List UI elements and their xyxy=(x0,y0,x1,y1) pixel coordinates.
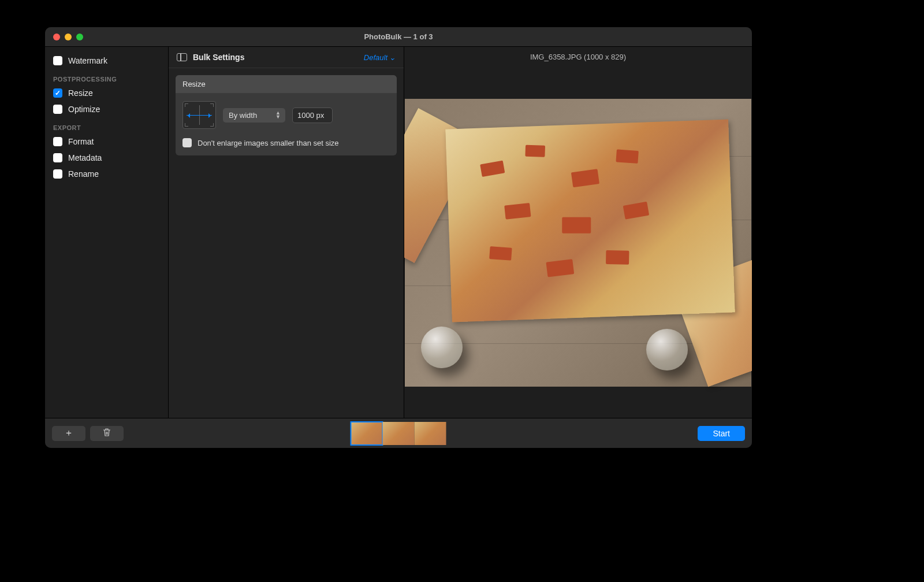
window-title: PhotoBulk — 1 of 3 xyxy=(364,32,433,41)
preview-filename: IMG_6358.JPG (1000 x 829) xyxy=(404,47,752,67)
resize-value-input[interactable]: 1000 px xyxy=(292,107,333,123)
resize-panel: Resize By width ▲▼ xyxy=(176,75,397,155)
close-window-button[interactable] xyxy=(53,34,60,40)
thumbnail-strip xyxy=(351,422,446,445)
thumbnail-1[interactable] xyxy=(351,422,383,445)
preview-pane: IMG_6358.JPG (1000 x 829) xyxy=(404,47,752,418)
thumbnail-2[interactable] xyxy=(383,422,415,445)
sidebar-group-postprocessing: POSTPROCESSING xyxy=(45,69,168,85)
checkbox-format[interactable] xyxy=(53,137,62,146)
sidebar-label-rename: Rename xyxy=(68,169,99,179)
checkbox-metadata[interactable] xyxy=(53,153,62,162)
sidebar: Watermark POSTPROCESSING Resize Optimize… xyxy=(45,47,169,418)
thumbnail-3[interactable] xyxy=(415,422,446,445)
app-window: PhotoBulk — 1 of 3 Watermark POSTPROCESS… xyxy=(45,27,752,448)
resize-mode-value: By width xyxy=(229,111,257,120)
footer: ＋ Start xyxy=(45,418,752,448)
settings-title: Bulk Settings xyxy=(193,53,244,62)
sidebar-label-resize: Resize xyxy=(68,88,93,98)
delete-button[interactable] xyxy=(90,426,124,441)
sidebar-item-rename[interactable]: Rename xyxy=(45,166,168,182)
checkbox-dont-enlarge[interactable] xyxy=(182,138,192,147)
resize-panel-title: Resize xyxy=(176,75,397,93)
zoom-window-button[interactable] xyxy=(76,34,83,40)
sidebar-item-metadata[interactable]: Metadata xyxy=(45,150,168,166)
resize-mode-row: By width ▲▼ 1000 px xyxy=(182,101,390,129)
sidebar-label-watermark: Watermark xyxy=(68,56,107,65)
sidebar-toggle-icon[interactable] xyxy=(177,53,187,61)
plus-icon: ＋ xyxy=(64,427,73,439)
sidebar-item-optimize[interactable]: Optimize xyxy=(45,101,168,117)
checkbox-optimize[interactable] xyxy=(53,105,62,114)
settings-panel: Bulk Settings Default ⌄ Resize xyxy=(169,47,404,418)
sidebar-item-resize[interactable]: Resize xyxy=(45,85,168,101)
settings-body: Resize By width ▲▼ xyxy=(169,68,404,162)
dont-enlarge-row[interactable]: Don't enlarge images smaller than set si… xyxy=(182,138,390,147)
titlebar: PhotoBulk — 1 of 3 xyxy=(45,27,752,47)
resize-dimension-icon xyxy=(182,101,216,129)
preset-dropdown[interactable]: Default ⌄ xyxy=(364,53,396,62)
select-caret-icon: ▲▼ xyxy=(275,111,281,119)
window-body: Watermark POSTPROCESSING Resize Optimize… xyxy=(45,47,752,418)
sidebar-item-format[interactable]: Format xyxy=(45,134,168,150)
sidebar-label-optimize: Optimize xyxy=(68,105,100,114)
checkbox-rename[interactable] xyxy=(53,169,62,179)
start-button[interactable]: Start xyxy=(698,426,745,441)
sidebar-label-metadata: Metadata xyxy=(68,153,102,162)
start-button-label: Start xyxy=(713,429,730,438)
traffic-lights xyxy=(53,34,83,40)
trash-icon xyxy=(103,428,111,439)
preview-image xyxy=(404,67,752,418)
preset-label: Default xyxy=(364,53,388,62)
sidebar-group-export: EXPORT xyxy=(45,117,168,134)
checkbox-watermark[interactable] xyxy=(53,56,62,65)
chevron-down-icon: ⌄ xyxy=(389,53,396,62)
resize-mode-select[interactable]: By width ▲▼ xyxy=(223,108,285,123)
sidebar-label-format: Format xyxy=(68,137,94,146)
checkbox-resize[interactable] xyxy=(53,88,62,98)
settings-header: Bulk Settings Default ⌄ xyxy=(169,47,404,68)
minimize-window-button[interactable] xyxy=(65,34,72,40)
sidebar-item-watermark[interactable]: Watermark xyxy=(45,53,168,69)
add-button[interactable]: ＋ xyxy=(52,426,85,441)
dont-enlarge-label: Don't enlarge images smaller than set si… xyxy=(198,139,339,147)
